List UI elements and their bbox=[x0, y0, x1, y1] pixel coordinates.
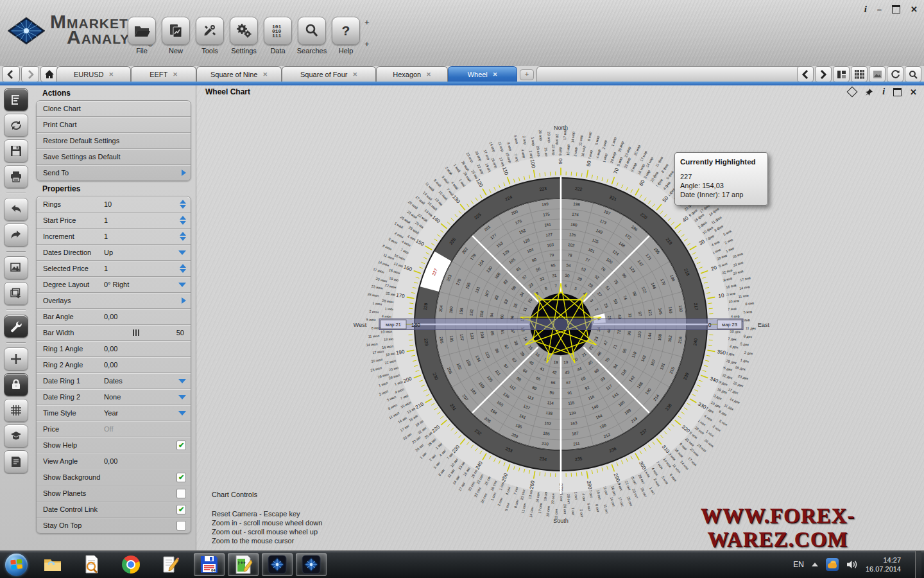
submenu-arrow-icon[interactable] bbox=[182, 293, 186, 308]
tab-close-icon[interactable]: ✕ bbox=[173, 71, 178, 78]
notepad-icon[interactable] bbox=[160, 555, 180, 574]
refresh-icon[interactable] bbox=[887, 66, 903, 82]
tab-square-of-nine[interactable]: Square of Nine✕ bbox=[196, 66, 282, 82]
property-row-stay-on-top[interactable]: Stay On Top bbox=[37, 518, 191, 533]
home-icon[interactable] bbox=[40, 66, 58, 82]
property-row-date-ring-1[interactable]: Date Ring 1Dates bbox=[37, 373, 191, 389]
weather-tray-icon[interactable] bbox=[826, 558, 839, 571]
window-info-icon[interactable]: i bbox=[864, 4, 867, 15]
checkbox[interactable] bbox=[176, 518, 186, 533]
volume-icon[interactable] bbox=[846, 559, 858, 570]
notes-icon[interactable] bbox=[4, 450, 28, 473]
property-row-rings[interactable]: Rings10 bbox=[37, 197, 191, 213]
toolbar-button-help[interactable]: ?Help bbox=[331, 17, 361, 55]
dropdown-chevron-icon[interactable] bbox=[178, 405, 186, 421]
action-item-clone-chart[interactable]: Clone Chart bbox=[37, 101, 191, 117]
next-icon[interactable] bbox=[815, 66, 832, 82]
tab-hexagon[interactable]: Hexagon✕ bbox=[376, 66, 448, 82]
chrome-icon[interactable] bbox=[121, 555, 141, 574]
add-icon[interactable] bbox=[4, 347, 28, 371]
ma-diamond-icon[interactable] bbox=[262, 553, 293, 576]
tab-wheel[interactable]: Wheel✕ bbox=[448, 66, 517, 82]
language-indicator[interactable]: EN bbox=[793, 560, 804, 569]
dropdown-chevron-icon[interactable] bbox=[178, 389, 186, 405]
action-item-save-settings-as-default[interactable]: Save Settings as Default bbox=[37, 149, 191, 165]
lock-icon[interactable] bbox=[4, 373, 28, 396]
property-row-date-control-link[interactable]: Date Control Link✔ bbox=[37, 502, 191, 518]
add-tab-button[interactable]: + bbox=[520, 69, 534, 80]
maximize-icon[interactable] bbox=[893, 88, 902, 96]
save-icon[interactable] bbox=[4, 139, 28, 162]
checkbox[interactable]: ✔ bbox=[176, 469, 186, 485]
checkbox[interactable] bbox=[176, 486, 186, 501]
property-row-bar-width[interactable]: Bar Width50 bbox=[37, 325, 191, 341]
tab-close-icon[interactable]: ✕ bbox=[493, 71, 498, 78]
redo-icon[interactable] bbox=[4, 223, 28, 247]
start-button[interactable] bbox=[5, 554, 28, 576]
property-row-time-style[interactable]: Time StyleYear bbox=[37, 405, 191, 421]
image-refresh-icon[interactable] bbox=[4, 114, 28, 137]
prev-icon[interactable] bbox=[797, 66, 814, 82]
property-row-price[interactable]: PriceOff bbox=[37, 421, 191, 437]
dropdown-chevron-icon[interactable] bbox=[178, 373, 186, 389]
dropdown-chevron-icon[interactable] bbox=[178, 245, 186, 260]
property-row-dates-direction[interactable]: Dates DirectionUp bbox=[37, 245, 191, 261]
action-item-send-to[interactable]: Send To bbox=[37, 165, 191, 180]
explorer-icon[interactable] bbox=[43, 555, 62, 574]
dropdown-chevron-icon[interactable] bbox=[178, 277, 186, 292]
ma-diamond-icon[interactable] bbox=[296, 553, 327, 576]
stepper-icon[interactable] bbox=[180, 213, 186, 228]
export-image-icon[interactable] bbox=[4, 256, 28, 279]
toolbar-button-file[interactable]: File bbox=[127, 17, 157, 55]
property-row-view-angle[interactable]: View Angle0,00 bbox=[37, 453, 191, 469]
property-row-date-ring-2[interactable]: Date Ring 2None bbox=[37, 389, 191, 405]
wrench-icon[interactable] bbox=[4, 315, 28, 338]
export-images-icon[interactable] bbox=[4, 282, 28, 305]
info-icon[interactable]: i bbox=[882, 87, 885, 97]
image-icon[interactable] bbox=[869, 66, 886, 82]
close-icon[interactable]: ✕ bbox=[910, 87, 917, 97]
property-row-show-help[interactable]: Show Help✔ bbox=[37, 437, 191, 453]
toolbar-button-data[interactable]: 101010111Data bbox=[263, 17, 293, 55]
tab-close-icon[interactable]: ✕ bbox=[426, 71, 431, 78]
floppy64-icon[interactable]: 64 bbox=[194, 553, 225, 576]
action-item-print-chart[interactable]: Print Chart bbox=[37, 117, 191, 133]
property-row-ring-1-angle[interactable]: Ring 1 Angle0,00 bbox=[37, 341, 191, 357]
toolbar-button-new[interactable]: New bbox=[161, 17, 191, 55]
window-minimize-icon[interactable]: – bbox=[877, 4, 882, 14]
pin-icon[interactable] bbox=[864, 87, 874, 97]
chart-panel-icon[interactable] bbox=[4, 88, 28, 111]
checkbox[interactable]: ✔ bbox=[176, 502, 186, 517]
layout-icon[interactable] bbox=[833, 66, 850, 82]
tab-square-of-four[interactable]: Square of Four✕ bbox=[282, 66, 376, 82]
grid-icon[interactable] bbox=[851, 66, 868, 82]
slider-handle[interactable] bbox=[133, 329, 139, 336]
stepper-icon[interactable] bbox=[180, 261, 186, 276]
toolbar-button-tools[interactable]: Tools bbox=[195, 17, 225, 55]
property-row-show-planets[interactable]: Show Planets bbox=[37, 486, 191, 502]
toolbar-button-settings[interactable]: Settings bbox=[229, 17, 259, 55]
stepper-icon[interactable] bbox=[180, 229, 186, 244]
tab-eurusd[interactable]: EURUSD✕ bbox=[56, 66, 131, 82]
property-row-ring-2-angle[interactable]: Ring 2 Angle0,00 bbox=[37, 357, 191, 373]
property-row-increment[interactable]: Increment1 bbox=[37, 229, 191, 245]
tab-close-icon[interactable]: ✕ bbox=[108, 71, 114, 78]
search-icon[interactable] bbox=[905, 66, 921, 82]
tab-eeft[interactable]: EEFT✕ bbox=[131, 66, 196, 82]
window-maximize-icon[interactable] bbox=[892, 5, 900, 13]
window-close-icon[interactable]: ✕ bbox=[911, 4, 918, 14]
action-item-restore-default-settings[interactable]: Restore Default Settings bbox=[37, 133, 191, 149]
property-row-show-background[interactable]: Show Background✔ bbox=[37, 469, 191, 486]
tab-close-icon[interactable]: ✕ bbox=[262, 71, 268, 78]
tab-close-icon[interactable]: ✕ bbox=[352, 71, 357, 78]
back-icon[interactable] bbox=[2, 66, 20, 82]
checkbox[interactable]: ✔ bbox=[176, 437, 186, 453]
hidden-icons-arrow[interactable] bbox=[812, 563, 818, 566]
search-doc-icon[interactable] bbox=[82, 555, 101, 574]
property-row-overlays[interactable]: Overlays bbox=[37, 293, 191, 309]
property-row-selected-price[interactable]: Selected Price1 bbox=[37, 261, 191, 277]
stepper-icon[interactable] bbox=[180, 197, 186, 212]
tray-clock[interactable]: 14:27 16.07.2014 bbox=[866, 556, 901, 574]
print-icon[interactable] bbox=[4, 165, 28, 188]
grid-tool-icon[interactable] bbox=[4, 399, 28, 422]
